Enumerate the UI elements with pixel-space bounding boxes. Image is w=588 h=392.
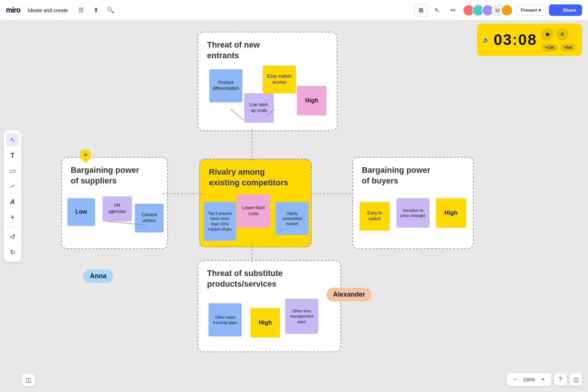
sticky-highly-competitive[interactable]: Highly competitive market bbox=[276, 202, 309, 235]
share-button[interactable]: 👤 Share bbox=[549, 4, 582, 16]
toolbar-divider bbox=[6, 227, 19, 227]
bargaining-buyers-frame: Bargaining powerof buyers Easy to switch… bbox=[352, 157, 474, 249]
cursor-button[interactable]: ↖ bbox=[430, 4, 444, 17]
search-button[interactable]: 🔍 bbox=[105, 4, 116, 16]
pen-tool-button[interactable]: / bbox=[3, 177, 22, 196]
left-toolbar: ↖ T ▭ / A + ↺ ↻ bbox=[4, 130, 21, 262]
threat-new-entrants-frame: Threat of newentrants Product differenti… bbox=[197, 32, 337, 131]
threat-substitute-frame: Threat of substituteproducts/services Ot… bbox=[197, 260, 341, 352]
bottom-toolbar: − 100% + ? ◫ bbox=[507, 373, 582, 386]
sticky-tasks-tracking[interactable]: Other tasks tracking apps bbox=[209, 303, 242, 336]
board-title: Ideate and create bbox=[28, 7, 68, 13]
timer-widget: 🔊 03:08 ⏹ ⏸ +1m +5m bbox=[477, 24, 582, 56]
timer-stop-button[interactable]: ⏹ bbox=[541, 28, 554, 41]
sticky-high-substitute[interactable]: High bbox=[251, 308, 280, 337]
menu-button[interactable]: ☰ bbox=[75, 4, 87, 16]
undo-button[interactable]: ↺ bbox=[6, 230, 19, 244]
sticky-tool-button[interactable]: ▭ bbox=[6, 164, 19, 178]
sticky-high-threat[interactable]: High bbox=[297, 86, 326, 115]
zoom-controls: − 100% + bbox=[507, 373, 551, 386]
timer-controls: ⏹ ⏸ +1m +5m bbox=[541, 28, 576, 52]
timer-sound-icon[interactable]: 🔊 bbox=[483, 37, 489, 43]
threat-new-entrants-title: Threat of newentrants bbox=[207, 40, 260, 61]
zoom-level: 100% bbox=[522, 377, 536, 382]
rivalry-frame: Rivalry amongexisting competitors Lower … bbox=[199, 159, 312, 247]
export-button[interactable]: ⬆ bbox=[90, 4, 102, 16]
sticky-pr-agencies[interactable]: PR agencies bbox=[102, 196, 132, 221]
sticky-easy-market[interactable]: Easy market access bbox=[263, 66, 296, 93]
add-tool-button[interactable]: + bbox=[6, 211, 19, 224]
sticky-high-buyers[interactable]: High bbox=[436, 198, 466, 228]
bargaining-buyers-title: Bargaining powerof buyers bbox=[362, 165, 430, 186]
rivalry-title: Rivalry amongexisting competitors bbox=[209, 167, 288, 188]
timer-action-buttons: ⏹ ⏸ bbox=[541, 28, 576, 41]
present-button[interactable]: Present ▾ bbox=[516, 5, 546, 15]
sticky-time-mgmt[interactable]: Other time management apps bbox=[285, 299, 318, 334]
bargaining-suppliers-frame: Bargaining powerof suppliers ≡ Low PR ag… bbox=[61, 157, 168, 249]
timer-plus1m-button[interactable]: +1m bbox=[541, 43, 557, 52]
sticky-easy-switch[interactable]: Easy to switch bbox=[360, 202, 390, 231]
apps-button[interactable]: ⊞ bbox=[414, 4, 427, 17]
timer-pause-button[interactable]: ⏸ bbox=[556, 28, 568, 41]
timer-minutes: 03 bbox=[494, 31, 512, 48]
timer-skip-buttons: +1m +5m bbox=[541, 43, 576, 52]
sticky-top5-players[interactable]: Top 5 players have more than 23% market … bbox=[204, 202, 236, 241]
help-button[interactable]: ? bbox=[554, 373, 567, 386]
miro-logo: miro bbox=[6, 6, 20, 14]
sticky-low-suppliers[interactable]: Low bbox=[67, 198, 95, 226]
comment-bubble[interactable]: ≡ bbox=[80, 150, 91, 160]
sticky-product-diff[interactable]: Product differentiation bbox=[209, 69, 242, 102]
alexander-cursor: ➤ Alexander bbox=[326, 290, 333, 299]
topbar-icons: ☰ ⬆ 🔍 bbox=[75, 4, 116, 16]
bargaining-suppliers-title: Bargaining powerof suppliers bbox=[71, 165, 139, 186]
timer-plus5m-button[interactable]: +5m bbox=[560, 43, 576, 52]
pen-button[interactable]: ✏ bbox=[447, 4, 460, 17]
sticky-low-startup[interactable]: Low start-up costs bbox=[244, 93, 274, 123]
avatars-group: 12 bbox=[463, 4, 513, 16]
zoom-out-button[interactable]: − bbox=[510, 374, 520, 385]
sticky-content-writers[interactable]: Content writers bbox=[135, 204, 164, 232]
panel-toggle-area: ◫ bbox=[22, 374, 35, 386]
redo-button[interactable]: ↻ bbox=[6, 246, 19, 259]
anna-label: Anna bbox=[83, 269, 113, 283]
timer-seconds: 08 bbox=[518, 31, 537, 48]
threat-substitute-title: Threat of substituteproducts/services bbox=[207, 268, 283, 289]
canvas: Threat of newentrants Product differenti… bbox=[21, 21, 588, 392]
topbar: miro Ideate and create ☰ ⬆ 🔍 ⊞ ↖ ✏ 12 Pr… bbox=[0, 0, 588, 21]
panel-toggle-button[interactable]: ◫ bbox=[570, 373, 582, 386]
select-tool-button[interactable]: ↖ bbox=[6, 133, 19, 147]
avatar-4 bbox=[501, 4, 513, 16]
text-tool-button[interactable]: T bbox=[6, 149, 19, 162]
timer-display: 03:08 bbox=[494, 31, 537, 49]
zoom-in-button[interactable]: + bbox=[538, 374, 548, 385]
panel-button[interactable]: ◫ bbox=[22, 374, 35, 386]
text-format-button[interactable]: A bbox=[6, 195, 19, 209]
sticky-sensitive-price[interactable]: Sensitive to price changes bbox=[396, 198, 430, 228]
sticky-lower-fixed[interactable]: Lower fixed costs bbox=[237, 195, 270, 228]
alexander-label: Alexander bbox=[326, 288, 372, 301]
anna-cursor: ➤ Anna bbox=[83, 271, 90, 281]
topbar-right: ⊞ ↖ ✏ 12 Present ▾ 👤 Share bbox=[414, 4, 582, 17]
